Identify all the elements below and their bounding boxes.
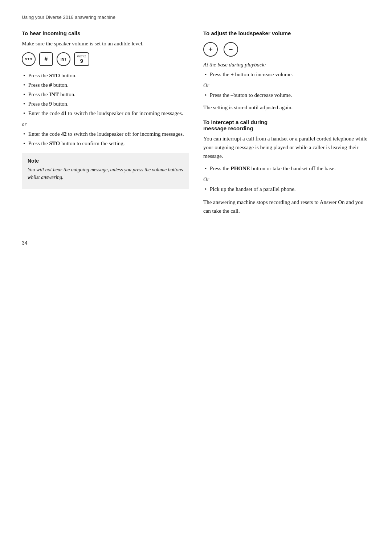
right-list-3: Press the PHONE button or take the hands…	[203, 164, 370, 173]
or-separator-1: or	[22, 121, 189, 127]
list-item: Press the –button to decrease volume.	[203, 91, 370, 99]
intercept-intro: You can interrupt a call from a handset …	[203, 134, 370, 160]
list-item: Press the PHONE button or take the hands…	[203, 164, 370, 173]
or-separator-2: Or	[203, 82, 370, 89]
list-item: Press the STO button to confirm the sett…	[22, 139, 189, 148]
or-separator-3: Or	[203, 176, 370, 183]
hash-button-icon: #	[39, 52, 53, 66]
right-list-1: Press the + button to increase volume.	[203, 70, 370, 79]
list-item: Press the + button to increase volume.	[203, 70, 370, 79]
right-list-4: Pick up the handset of a parallel phone.	[203, 185, 370, 193]
left-list-2: Enter the code 42 to switch the loudspea…	[22, 130, 189, 148]
right-section1-title: To adjust the loudspeaker volume	[203, 30, 370, 36]
list-item: Pick up the handset of a parallel phone.	[203, 185, 370, 193]
left-column: To hear incoming calls Make sure the spe…	[22, 30, 189, 218]
playback-label: At the base during playback:	[203, 62, 370, 68]
left-list-1: Press the STO button. Press the # button…	[22, 71, 189, 118]
page-number: 34	[22, 240, 28, 246]
volume-icons-row: + −	[203, 42, 370, 57]
right-list-2: Press the –button to decrease volume.	[203, 91, 370, 99]
note-title: Note	[28, 158, 183, 164]
left-section1-intro: Make sure the speaker volume is set to a…	[22, 39, 189, 48]
note-text: You will not hear the outgoing message, …	[28, 166, 183, 181]
note-box: Note You will not hear the outgoing mess…	[22, 153, 189, 189]
sto-button-icon: STO	[22, 52, 36, 66]
closing-text: The answering machine stops recording an…	[203, 198, 370, 215]
list-item: Enter the code 42 to switch the loudspea…	[22, 130, 189, 138]
int-button-icon: INT	[57, 52, 70, 66]
page-header: Using your Diverse 2016 answering machin…	[22, 15, 370, 20]
list-item: Press the # button.	[22, 81, 189, 89]
right-section2-title: To intercept a call during message recor…	[203, 119, 370, 131]
list-item: Press the 9 button.	[22, 99, 189, 108]
volume-plus-icon: +	[203, 42, 218, 57]
list-item: Press the STO button.	[22, 71, 189, 80]
wxyz9-button-icon: WXYZ 9	[74, 52, 89, 66]
list-item: Enter the code 41 to switch the loudspea…	[22, 109, 189, 118]
right-column: To adjust the loudspeaker volume + − At …	[203, 30, 370, 218]
stored-text: The setting is stored until adjusted aga…	[203, 103, 370, 112]
volume-minus-icon: −	[224, 42, 238, 57]
list-item: Press the INT button.	[22, 90, 189, 99]
left-section1-title: To hear incoming calls	[22, 30, 189, 36]
page-footer: 34	[22, 240, 370, 246]
button-icons-row: STO # INT WXYZ 9	[22, 52, 189, 66]
